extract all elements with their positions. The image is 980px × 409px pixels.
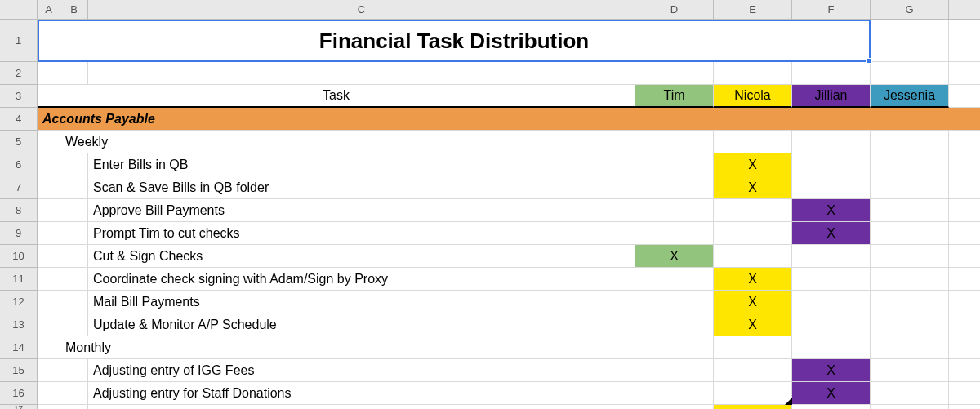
row-header-12[interactable]: 12 <box>0 291 38 313</box>
cell-h2[interactable] <box>949 62 980 85</box>
title-cell[interactable]: Financial Task Distribution <box>38 20 871 62</box>
cell-a10[interactable] <box>38 245 60 268</box>
cell-d8[interactable] <box>635 199 714 222</box>
cell-g9[interactable] <box>871 222 949 245</box>
cell-a5[interactable] <box>38 131 60 153</box>
cell-h9[interactable] <box>949 222 980 245</box>
cell-a14[interactable] <box>38 336 60 359</box>
cell-f13[interactable] <box>792 313 871 336</box>
cell-h1[interactable] <box>949 20 980 62</box>
col-header-f[interactable]: F <box>792 0 871 20</box>
cell-d9[interactable] <box>635 222 714 245</box>
header-nicola[interactable]: Nicola <box>714 85 792 108</box>
cell-a6[interactable] <box>38 153 60 176</box>
note-indicator-icon[interactable] <box>785 398 792 405</box>
cell-g13[interactable] <box>871 313 949 336</box>
cell-g6[interactable] <box>871 153 949 176</box>
task-prompt-tim[interactable]: Prompt Tim to cut checks <box>88 222 635 245</box>
cell-a16[interactable] <box>38 382 60 405</box>
row-header-7[interactable]: 7 <box>0 176 38 199</box>
cell-f6[interactable] <box>792 153 871 176</box>
cell-f14[interactable] <box>792 336 871 359</box>
cell-e9[interactable] <box>714 222 792 245</box>
cell-a15[interactable] <box>38 359 60 382</box>
select-all-corner[interactable] <box>0 0 38 20</box>
mark-e12[interactable]: X <box>714 291 792 313</box>
row-header-11[interactable]: 11 <box>0 268 38 291</box>
cell-h16[interactable] <box>949 382 980 405</box>
row-header-13[interactable]: 13 <box>0 313 38 336</box>
cell-a9[interactable] <box>38 222 60 245</box>
row-header-2[interactable]: 2 <box>0 62 38 85</box>
selection-handle[interactable] <box>866 58 872 64</box>
cell-e5[interactable] <box>714 131 792 153</box>
cell-g1[interactable] <box>871 20 949 62</box>
cell-h17[interactable] <box>949 405 980 409</box>
cell-e2[interactable] <box>714 62 792 85</box>
cell-a13[interactable] <box>38 313 60 336</box>
col-header-c[interactable]: C <box>88 0 635 20</box>
mark-f15[interactable]: X <box>792 359 871 382</box>
col-header-a[interactable]: A <box>38 0 60 20</box>
row-header-1[interactable]: 1 <box>0 20 38 62</box>
cell-b15[interactable] <box>60 359 88 382</box>
cell-a17[interactable] <box>38 405 60 409</box>
mark-f8[interactable]: X <box>792 199 871 222</box>
cell-e16[interactable] <box>714 382 792 405</box>
col-header-b[interactable]: B <box>60 0 88 20</box>
cell-g15[interactable] <box>871 359 949 382</box>
group-monthly-label[interactable]: Monthly <box>60 336 635 359</box>
task-scan-save[interactable]: Scan & Save Bills in QB folder <box>88 176 635 199</box>
task-staff-donations[interactable]: Adjusting entry for Staff Donations <box>88 382 635 405</box>
cell-b2[interactable] <box>60 62 88 85</box>
cell-g16[interactable] <box>871 382 949 405</box>
cell-h10[interactable] <box>949 245 980 268</box>
row-header-17[interactable]: 17 <box>0 405 38 409</box>
header-tim[interactable]: Tim <box>635 85 714 108</box>
row-header-3[interactable]: 3 <box>0 85 38 108</box>
row-header-10[interactable]: 10 <box>0 245 38 268</box>
task-mail-payments[interactable]: Mail Bill Payments <box>88 291 635 313</box>
cell-g12[interactable] <box>871 291 949 313</box>
task-approve-payments[interactable]: Approve Bill Payments <box>88 199 635 222</box>
cell-c17[interactable] <box>88 405 635 409</box>
cell-a11[interactable] <box>38 268 60 291</box>
mark-e6[interactable]: X <box>714 153 792 176</box>
row-header-9[interactable]: 9 <box>0 222 38 245</box>
cell-f12[interactable] <box>792 291 871 313</box>
row-header-4[interactable]: 4 <box>0 108 38 131</box>
cell-g14[interactable] <box>871 336 949 359</box>
cell-b16[interactable] <box>60 382 88 405</box>
cell-h13[interactable] <box>949 313 980 336</box>
cell-e8[interactable] <box>714 199 792 222</box>
cell-b12[interactable] <box>60 291 88 313</box>
cell-d14[interactable] <box>635 336 714 359</box>
mark-e7[interactable]: X <box>714 176 792 199</box>
header-task[interactable]: Task <box>38 85 635 108</box>
cell-h11[interactable] <box>949 268 980 291</box>
cell-f10[interactable] <box>792 245 871 268</box>
mark-d10[interactable]: X <box>635 245 714 268</box>
row-header-15[interactable]: 15 <box>0 359 38 382</box>
cell-f5[interactable] <box>792 131 871 153</box>
cell-b7[interactable] <box>60 176 88 199</box>
cell-b11[interactable] <box>60 268 88 291</box>
cell-g2[interactable] <box>871 62 949 85</box>
cell-d15[interactable] <box>635 359 714 382</box>
cell-f11[interactable] <box>792 268 871 291</box>
cell-h3[interactable] <box>949 85 980 108</box>
cell-g5[interactable] <box>871 131 949 153</box>
cell-b8[interactable] <box>60 199 88 222</box>
cell-d13[interactable] <box>635 313 714 336</box>
cell-f2[interactable] <box>792 62 871 85</box>
cell-a8[interactable] <box>38 199 60 222</box>
cell-b9[interactable] <box>60 222 88 245</box>
cell-h8[interactable] <box>949 199 980 222</box>
col-header-next[interactable] <box>949 0 980 20</box>
cell-d7[interactable] <box>635 176 714 199</box>
cell-b17[interactable] <box>60 405 88 409</box>
cell-c2[interactable] <box>88 62 635 85</box>
cell-h5[interactable] <box>949 131 980 153</box>
row-header-8[interactable]: 8 <box>0 199 38 222</box>
cell-f7[interactable] <box>792 176 871 199</box>
